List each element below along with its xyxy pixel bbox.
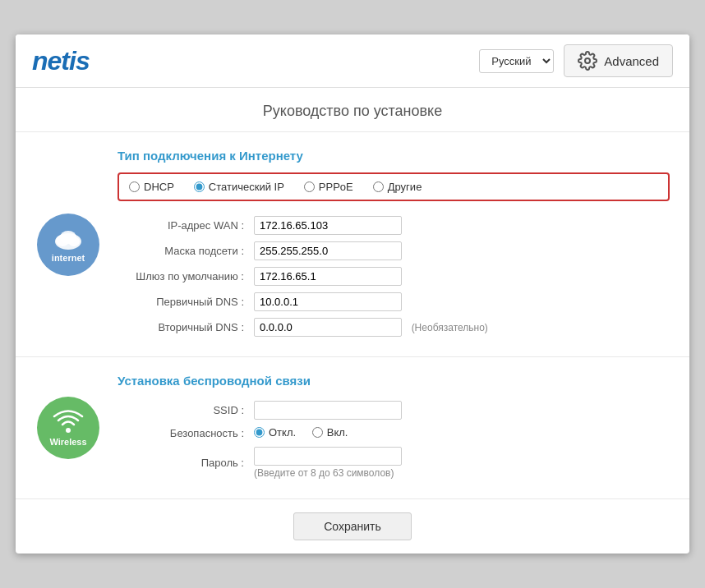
internet-icon-circle: internet — [37, 214, 99, 276]
radio-other-input[interactable] — [373, 181, 384, 192]
internet-icon-area: internet — [35, 149, 101, 340]
header: netis Русский English Advanced — [16, 34, 689, 88]
internet-section: internet Тип подключения к Интернету DHC… — [16, 132, 689, 357]
wan-ip-input[interactable] — [254, 216, 402, 235]
subnet-mask-row: Маска подсети : — [118, 238, 670, 264]
advanced-button[interactable]: Advanced — [564, 44, 673, 77]
primary-dns-row: Первичный DNS : — [118, 289, 670, 315]
wireless-icon-circle: Wireless — [37, 397, 99, 459]
security-off[interactable]: Откл. — [254, 426, 296, 439]
secondary-dns-input[interactable] — [254, 318, 402, 337]
security-off-input[interactable] — [254, 427, 265, 438]
security-label: Безопасность : — [118, 423, 249, 443]
internet-section-body: Тип подключения к Интернету DHCP Статиче… — [118, 149, 670, 340]
subnet-mask-input[interactable] — [254, 241, 402, 260]
security-row: Безопасность : Откл. Вкл. — [118, 423, 670, 443]
wireless-form: SSID : Безопасность : Откл. В — [118, 397, 670, 482]
ssid-label: SSID : — [118, 397, 249, 423]
content: internet Тип подключения к Интернету DHC… — [16, 132, 689, 554]
wan-ip-label: IP-адрес WAN : — [118, 213, 249, 238]
save-button[interactable]: Сохранить — [293, 512, 412, 540]
svg-point-0 — [585, 58, 590, 63]
security-on-label: Вкл. — [327, 426, 348, 439]
radio-pppoe[interactable]: PPPoE — [304, 181, 353, 193]
internet-section-title: Тип подключения к Интернету — [118, 149, 670, 163]
wifi-icon — [52, 409, 85, 434]
header-right: Русский English Advanced — [479, 44, 673, 77]
svg-point-5 — [66, 428, 71, 433]
svg-point-4 — [60, 231, 76, 244]
connection-type-group: DHCP Статический IP PPPoE Другие — [118, 172, 670, 201]
language-select[interactable]: Русский English — [479, 49, 554, 73]
radio-dhcp-input[interactable] — [129, 181, 140, 192]
radio-pppoe-label: PPPoE — [319, 181, 353, 193]
gateway-label: Шлюз по умолчанию : — [118, 264, 249, 289]
password-row: Пароль : (Введите от 8 до 63 символов) — [118, 443, 670, 482]
primary-dns-label: Первичный DNS : — [118, 289, 249, 315]
radio-pppoe-input[interactable] — [304, 181, 315, 192]
wireless-section-title: Установка беспроводной связи — [118, 374, 670, 388]
security-on-input[interactable] — [312, 427, 323, 438]
ssid-row: SSID : — [118, 397, 670, 423]
subnet-mask-label: Маска подсети : — [118, 238, 249, 264]
radio-dhcp-label: DHCP — [144, 181, 174, 193]
gear-icon — [578, 51, 597, 71]
cloud-icon — [53, 227, 83, 250]
internet-form: IP-адрес WAN : Маска подсети : Шлюз по у… — [118, 213, 670, 340]
radio-static-ip[interactable]: Статический IP — [194, 181, 284, 193]
wan-ip-row: IP-адрес WAN : — [118, 213, 670, 238]
advanced-label: Advanced — [604, 54, 659, 68]
radio-static-ip-input[interactable] — [194, 181, 205, 192]
optional-label: (Необязательно) — [412, 322, 488, 333]
security-off-label: Откл. — [269, 426, 296, 439]
gateway-row: Шлюз по умолчанию : — [118, 264, 670, 289]
wireless-icon-area: Wireless — [35, 374, 101, 482]
internet-icon-label: internet — [52, 253, 85, 263]
ssid-input[interactable] — [254, 401, 402, 420]
wireless-icon-label: Wireless — [49, 437, 86, 447]
gateway-input[interactable] — [254, 267, 402, 286]
wireless-section: Wireless Установка беспроводной связи SS… — [16, 357, 689, 499]
logo: netis — [32, 46, 90, 76]
radio-static-ip-label: Статический IP — [209, 181, 284, 193]
primary-dns-input[interactable] — [254, 292, 402, 311]
main-window: netis Русский English Advanced Руководст… — [16, 34, 689, 554]
radio-other[interactable]: Другие — [373, 181, 422, 193]
page-title: Руководство по установке — [16, 88, 689, 132]
footer: Сохранить — [16, 499, 689, 554]
radio-dhcp[interactable]: DHCP — [129, 181, 174, 193]
secondary-dns-label: Вторичный DNS : — [118, 315, 249, 340]
password-hint: (Введите от 8 до 63 символов) — [254, 467, 665, 479]
radio-other-label: Другие — [388, 181, 422, 193]
wireless-section-body: Установка беспроводной связи SSID : Безо… — [118, 374, 670, 482]
secondary-dns-row: Вторичный DNS : (Необязательно) — [118, 315, 670, 340]
password-input[interactable] — [254, 447, 402, 466]
security-on[interactable]: Вкл. — [312, 426, 348, 439]
password-label: Пароль : — [118, 443, 249, 482]
